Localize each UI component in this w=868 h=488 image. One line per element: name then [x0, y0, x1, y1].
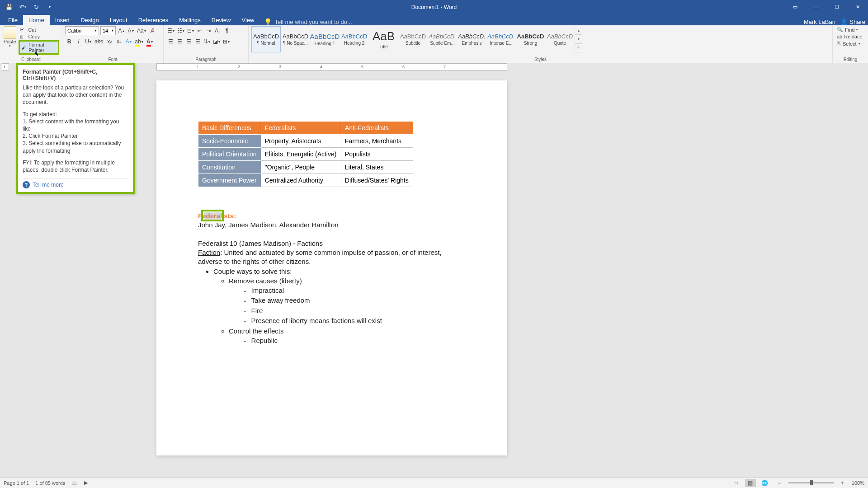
- grow-font-icon[interactable]: A▴: [117, 26, 125, 35]
- borders-icon[interactable]: ⊞▾: [222, 37, 231, 46]
- tab-design[interactable]: Design: [75, 15, 104, 25]
- style-heading-2[interactable]: AaBbCcDHeading 2: [340, 26, 369, 52]
- style-title[interactable]: AaBTitle: [369, 26, 398, 52]
- style---no-spac---[interactable]: AaBbCcD¶ No Spac...: [281, 26, 310, 52]
- underline-icon[interactable]: U▾: [84, 37, 92, 46]
- tell-me-search[interactable]: 💡 Tell me what you want to do...: [264, 18, 352, 25]
- styles-more-icon[interactable]: ≡: [575, 44, 582, 52]
- zoom-out-icon[interactable]: −: [774, 479, 785, 487]
- show-marks-icon[interactable]: ¶: [223, 26, 231, 35]
- style---normal[interactable]: AaBbCcD¶ Normal: [251, 26, 281, 52]
- find-button[interactable]: 🔍Find▾: [835, 26, 865, 33]
- table-cell[interactable]: Farmers, Merchants: [341, 135, 413, 148]
- table-cell[interactable]: Populists: [341, 148, 413, 161]
- clear-formatting-icon[interactable]: A̸: [148, 26, 156, 35]
- ribbon-display-icon[interactable]: ▭: [785, 0, 806, 14]
- qat-customize-icon[interactable]: ▾: [45, 3, 54, 12]
- sort-icon[interactable]: A↓: [214, 26, 222, 35]
- numbering-icon[interactable]: ☷▾: [176, 26, 185, 35]
- table-cell[interactable]: Centralized Authority: [261, 174, 341, 187]
- tab-home[interactable]: Home: [23, 15, 50, 25]
- close-icon[interactable]: ✕: [847, 0, 868, 14]
- style-intense-e---[interactable]: AaBbCcD.Intense E...: [486, 26, 516, 52]
- zoom-in-icon[interactable]: +: [837, 479, 848, 487]
- tab-file[interactable]: File: [3, 15, 23, 25]
- word-count[interactable]: 1 of 85 words: [35, 480, 65, 486]
- tab-insert[interactable]: Insert: [50, 15, 75, 25]
- table-cell[interactable]: Property, Aristocrats: [261, 135, 341, 148]
- shrink-font-icon[interactable]: A▾: [127, 26, 135, 35]
- zoom-slider[interactable]: [788, 482, 834, 483]
- undo-icon[interactable]: ↶▾: [18, 3, 27, 12]
- styles-up-icon[interactable]: ▴: [575, 26, 582, 35]
- zoom-thumb[interactable]: [810, 480, 813, 485]
- format-painter-button[interactable]: 🖌Format Painter: [19, 40, 59, 55]
- bullets-icon[interactable]: ☰▾: [166, 26, 175, 35]
- web-layout-icon[interactable]: 🌐: [760, 479, 770, 487]
- redo-icon[interactable]: ↻: [32, 3, 41, 12]
- line-spacing-icon[interactable]: ⇅▾: [203, 37, 211, 46]
- tab-mailings[interactable]: Mailings: [174, 15, 206, 25]
- document-body[interactable]: Federalists: John Jay, James Madison, Al…: [198, 211, 466, 347]
- select-button[interactable]: ⇱Select▾: [835, 40, 865, 47]
- maximize-icon[interactable]: ☐: [826, 0, 847, 14]
- user-name[interactable]: Mark LaBarr: [804, 19, 836, 25]
- spellcheck-icon[interactable]: 📖: [71, 480, 78, 486]
- highlight-icon[interactable]: ab▾: [134, 37, 144, 46]
- tab-view[interactable]: View: [236, 15, 259, 25]
- style-subtle-em---[interactable]: AaBbCcD.Subtle Em...: [428, 26, 457, 52]
- text-effects-icon[interactable]: A▾: [124, 37, 132, 46]
- justify-icon[interactable]: ☰: [193, 37, 202, 46]
- tab-selector[interactable]: L: [2, 63, 9, 70]
- zoom-level[interactable]: 100%: [852, 480, 864, 486]
- table-cell[interactable]: Government Power: [198, 174, 261, 187]
- macro-icon[interactable]: ▶: [84, 480, 88, 486]
- increase-indent-icon[interactable]: ⇥: [205, 26, 213, 35]
- superscript-icon[interactable]: x2: [115, 37, 123, 46]
- subscript-icon[interactable]: x2: [105, 37, 113, 46]
- table-cell[interactable]: Political Orientation: [198, 148, 261, 161]
- style-strong[interactable]: AaBbCcDStrong: [516, 26, 545, 52]
- decrease-indent-icon[interactable]: ⇤: [196, 26, 204, 35]
- table-cell[interactable]: Elitists, Energetic (Active): [261, 148, 341, 161]
- replace-button[interactable]: abReplace: [835, 33, 865, 40]
- comparison-table[interactable]: Basic DifferencesFederalistsAnti-Federal…: [198, 121, 413, 187]
- font-size-combo[interactable]: 14▾: [100, 26, 116, 35]
- copy-button[interactable]: ⎘Copy: [19, 33, 59, 40]
- strikethrough-icon[interactable]: abc: [94, 37, 104, 46]
- table-cell[interactable]: Constitution: [198, 161, 261, 174]
- share-button[interactable]: 👤 Share: [840, 19, 865, 25]
- align-right-icon[interactable]: ☰: [184, 37, 193, 46]
- minimize-icon[interactable]: —: [806, 0, 826, 14]
- font-color-icon[interactable]: A▾: [146, 37, 154, 46]
- document-page[interactable]: Basic DifferencesFederalistsAnti-Federal…: [156, 80, 507, 455]
- page-indicator[interactable]: Page 1 of 1: [4, 480, 29, 486]
- styles-down-icon[interactable]: ▾: [575, 35, 582, 43]
- bold-icon[interactable]: B: [65, 37, 73, 46]
- save-icon[interactable]: 💾: [5, 3, 14, 12]
- table-cell[interactable]: Literal, States: [341, 161, 413, 174]
- horizontal-ruler[interactable]: 1234567: [156, 63, 507, 70]
- tab-layout[interactable]: Layout: [104, 15, 133, 25]
- style-quote[interactable]: AaBbCcDQuote: [545, 26, 575, 52]
- shading-icon[interactable]: ◪▾: [212, 37, 221, 46]
- read-mode-icon[interactable]: ▭: [731, 479, 741, 487]
- table-cell[interactable]: Diffused/States' Rights: [341, 174, 413, 187]
- table-cell[interactable]: "Organic", People: [261, 161, 341, 174]
- tab-review[interactable]: Review: [206, 15, 236, 25]
- print-layout-icon[interactable]: ▤: [745, 479, 756, 487]
- cut-button[interactable]: ✂Cut: [19, 26, 59, 33]
- multilevel-list-icon[interactable]: ⊟▾: [186, 26, 195, 35]
- table-cell[interactable]: Socio-Economic: [198, 135, 261, 148]
- paste-button[interactable]: Paste ▾: [3, 26, 17, 48]
- align-center-icon[interactable]: ☰: [175, 37, 184, 46]
- italic-icon[interactable]: I: [75, 37, 83, 46]
- vertical-ruler[interactable]: [2, 72, 9, 474]
- tab-references[interactable]: References: [133, 15, 174, 25]
- change-case-icon[interactable]: Aa▾: [136, 26, 147, 35]
- style-heading-1[interactable]: AaBbCcDHeading 1: [310, 26, 340, 52]
- tell-me-more-link[interactable]: ? Tell me more: [23, 178, 128, 188]
- align-left-icon[interactable]: ☰: [166, 37, 175, 46]
- font-name-combo[interactable]: Calibri▾: [65, 26, 99, 35]
- style-subtitle[interactable]: AaBbCcDSubtitle: [398, 26, 428, 52]
